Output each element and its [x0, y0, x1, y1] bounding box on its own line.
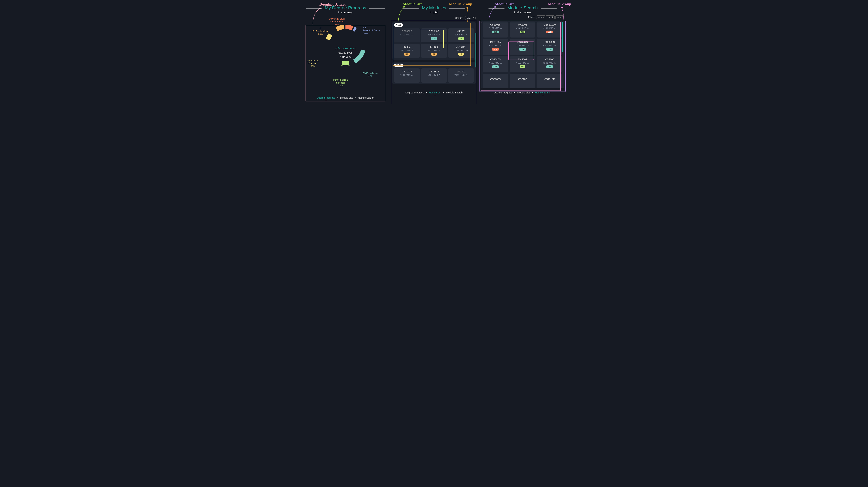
- module-meta: Y1S24MCA: [511, 62, 534, 64]
- module-card[interactable]: CS2100Y2S14MCA-CSF: [537, 56, 562, 72]
- cap-value: CAP: 4.84: [328, 56, 363, 59]
- sort-select[interactable]: Year: [465, 16, 476, 20]
- module-meta: Y1S14MCA: [484, 27, 507, 29]
- module-meta: Y1S24MCA: [423, 34, 445, 36]
- module-card[interactable]: CS2040SY1S24MCACSF: [483, 56, 508, 72]
- module-badge: ITP: [431, 53, 437, 56]
- module-card[interactable]: GESS1000Y1S14MCA-ULR: [537, 22, 562, 37]
- module-code: IS1103: [423, 45, 445, 48]
- page-subtitle: find a module: [481, 11, 564, 14]
- nav-degree-progress[interactable]: Degree Progress: [405, 91, 425, 94]
- screen-my-modules: ModuleList ModuleGroup ModuleCard My Mod…: [392, 5, 476, 94]
- sort-label: Sort by:: [455, 17, 463, 19]
- group-tag: Y1S1: [394, 64, 403, 67]
- module-code: CS2040S: [423, 30, 445, 33]
- module-code: CS2040S: [484, 58, 507, 61]
- module-meta: Y1S14MCA-: [511, 27, 534, 29]
- page-title: My Degree Progress: [325, 5, 366, 10]
- module-code: CS1010R: [450, 45, 472, 48]
- module-card[interactable]: CS1231SY1S14MCA: [421, 68, 447, 83]
- module-badge: ULR: [546, 31, 553, 33]
- module-meta: Y1S24MCA+: [396, 34, 418, 36]
- segment-label-bnd: CSBreadth & Depth10%: [363, 26, 380, 35]
- module-code: CS2030S: [538, 41, 561, 43]
- scrollbar[interactable]: [475, 33, 476, 67]
- module-meta: Y1S14MCA-: [484, 44, 507, 47]
- filter-chip[interactable]: /m MA: [546, 16, 555, 19]
- page-subtitle: in summary: [304, 11, 387, 14]
- module-code: CS2100: [538, 58, 561, 61]
- module-meta: Y1S24MCA: [484, 62, 507, 64]
- module-meta: Y1S24MCS: [396, 49, 418, 52]
- module-card[interactable]: CS2040SY1S24MCACSF: [421, 28, 447, 42]
- doughnut-chart: University LevelRequirements81% ITProfes…: [304, 16, 387, 94]
- module-card[interactable]: MA2001Y1S14MCA-: [448, 68, 474, 83]
- module-card[interactable]: MA2001Y1S14MCA-MS: [510, 22, 535, 37]
- module-card[interactable]: CS2030SY1S24MCA+CSF: [537, 39, 562, 55]
- module-meta: Y1S14MCA: [511, 44, 534, 47]
- segment-label-itp: ITProfessionalism66%: [312, 27, 329, 36]
- group-tag: Y1S2: [394, 23, 403, 27]
- module-code: CS2030S: [396, 30, 418, 33]
- module-card[interactable]: CS2102: [510, 74, 535, 88]
- nav-module-search[interactable]: Module Search: [357, 96, 375, 99]
- module-code: GEC1005: [484, 41, 507, 43]
- nav-module-search[interactable]: Module Search: [446, 91, 463, 94]
- page-title: My Modules: [422, 5, 446, 10]
- module-code: ES2660: [396, 45, 418, 48]
- module-code: CS2102: [511, 78, 534, 81]
- module-card[interactable]: CS1101SY1S14MCA+: [394, 68, 420, 83]
- nav-degree-progress[interactable]: Degree Progress: [493, 91, 513, 94]
- module-code: MA2001: [450, 70, 472, 73]
- module-card[interactable]: IS1103Y1S24MCSITP: [421, 44, 447, 58]
- module-badge: ULR: [492, 48, 499, 51]
- module-code: MA2001: [511, 23, 534, 26]
- nav-module-list[interactable]: Module List: [428, 91, 442, 94]
- module-meta: Y1S24MCA+: [538, 44, 561, 47]
- filter-chip[interactable]: /m CS: [536, 16, 545, 19]
- module-badge: CSF: [546, 48, 553, 51]
- nav-degree-progress[interactable]: Degree Progress: [316, 96, 336, 99]
- module-code: CS1231S: [423, 70, 445, 73]
- screen-module-search: ModuleList ModuleGroup ModuleCard Module…: [481, 5, 564, 94]
- module-card[interactable]: GEC1005Y1S14MCA-ULR: [483, 39, 508, 55]
- module-code: MA2002: [450, 30, 472, 33]
- module-card[interactable]: CS1101SY1S14MCACSF: [483, 22, 508, 37]
- screen-degree-progress: DoughnutChart My Degree Progress in summ…: [304, 5, 387, 99]
- module-meta: Y1S14MCA: [423, 74, 445, 76]
- module-card[interactable]: CS1010RY1S21MCA+UE: [448, 44, 474, 58]
- module-card[interactable]: CS2109S: [483, 74, 508, 88]
- module-card[interactable]: MA2002Y1S24MCAMS: [448, 28, 474, 42]
- module-card[interactable]: ES2660Y1S24MCSITP: [394, 44, 420, 58]
- module-badge: ITP: [404, 53, 410, 56]
- segment-label-csf: CS Foundation55%: [363, 72, 378, 78]
- module-code: CS1101S: [396, 70, 418, 73]
- search-results-grid: CS1101SY1S14MCACSFMA2001Y1S14MCA-MSGESS1…: [481, 20, 564, 88]
- module-meta: Y1S14MCA-: [450, 74, 472, 76]
- module-code: CS2109S: [484, 78, 507, 81]
- module-card[interactable]: CS1231SY1S14MCACSF: [510, 39, 535, 55]
- module-badge: CSF: [431, 37, 437, 40]
- header: My Modules in total: [392, 5, 476, 14]
- overall-pct: 38% completed: [328, 47, 363, 50]
- module-badge: UE: [458, 53, 464, 56]
- segment-label-ms: Mathematics &Sciences75%: [333, 79, 348, 87]
- module-meta: Y1S24MCS: [423, 49, 445, 52]
- module-group: Y1S2CS2030SY1S24MCA+CS2040SY1S24MCACSFMA…: [392, 22, 476, 60]
- nav-module-list[interactable]: Module List: [517, 91, 530, 94]
- chart-center-stats: 38% completed 61/160 MCs CAP: 4.84: [328, 47, 363, 59]
- filter-chip[interactable]: /m GE: [555, 16, 564, 19]
- module-meta: Y1S14MCA+: [396, 74, 418, 76]
- nav-module-list[interactable]: Module List: [340, 96, 353, 99]
- module-badge: MS: [520, 65, 526, 68]
- footer-nav: Degree Progress Module List Module Searc…: [392, 91, 476, 94]
- module-badge: CSF: [546, 65, 553, 68]
- scrollbar[interactable]: [562, 22, 563, 52]
- footer-nav: Degree Progress Module List Module Searc…: [304, 96, 387, 99]
- module-badge: CSF: [492, 65, 499, 68]
- module-card[interactable]: CS2030SY1S24MCA+: [394, 28, 420, 42]
- footer-nav: Degree Progress Module List Module Searc…: [481, 91, 564, 94]
- module-card[interactable]: MA2002Y1S24MCAMS: [510, 56, 535, 72]
- module-card[interactable]: CS1010R: [537, 74, 562, 88]
- nav-module-search[interactable]: Module Search: [534, 91, 552, 94]
